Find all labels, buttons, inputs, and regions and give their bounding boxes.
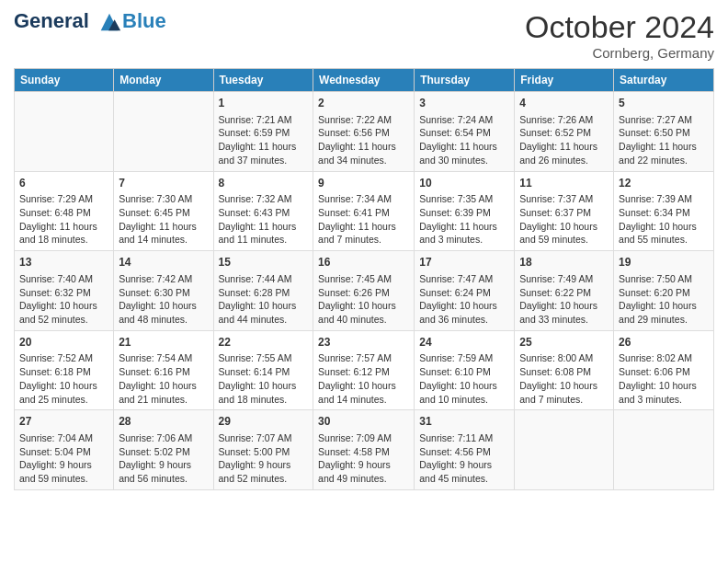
calendar-day-cell: 21Sunrise: 7:54 AM Sunset: 6:16 PM Dayli… xyxy=(114,330,213,410)
day-info: Sunrise: 7:59 AM Sunset: 6:10 PM Dayligh… xyxy=(419,351,509,406)
weekday-header: Friday xyxy=(515,69,614,92)
day-number: 7 xyxy=(119,176,208,191)
day-number: 24 xyxy=(419,335,509,350)
day-info: Sunrise: 7:57 AM Sunset: 6:12 PM Dayligh… xyxy=(318,351,409,406)
day-number: 31 xyxy=(419,414,509,430)
day-info: Sunrise: 7:39 AM Sunset: 6:34 PM Dayligh… xyxy=(619,192,709,247)
calendar-day-cell: 16Sunrise: 7:45 AM Sunset: 6:26 PM Dayli… xyxy=(313,251,415,331)
calendar-day-cell: 31Sunrise: 7:11 AM Sunset: 4:56 PM Dayli… xyxy=(415,410,515,490)
day-info: Sunrise: 7:54 AM Sunset: 6:16 PM Dayligh… xyxy=(119,351,208,406)
day-number: 18 xyxy=(519,255,609,270)
day-info: Sunrise: 7:21 AM Sunset: 6:59 PM Dayligh… xyxy=(219,113,309,167)
day-number: 19 xyxy=(619,255,709,270)
day-number: 25 xyxy=(519,335,609,350)
day-number: 6 xyxy=(19,176,108,191)
calendar-day-cell: 10Sunrise: 7:35 AM Sunset: 6:39 PM Dayli… xyxy=(415,171,515,251)
logo-icon xyxy=(97,9,122,35)
calendar-day-cell xyxy=(15,92,114,172)
calendar-day-cell: 30Sunrise: 7:09 AM Sunset: 4:58 PM Dayli… xyxy=(313,410,415,490)
month-title: October 2024 xyxy=(525,9,714,45)
day-number: 11 xyxy=(519,176,609,191)
day-info: Sunrise: 7:27 AM Sunset: 6:50 PM Dayligh… xyxy=(619,113,709,167)
day-number: 21 xyxy=(119,335,208,350)
calendar-day-cell: 18Sunrise: 7:49 AM Sunset: 6:22 PM Dayli… xyxy=(515,251,614,331)
day-number: 30 xyxy=(318,414,409,430)
calendar-day-cell: 2Sunrise: 7:22 AM Sunset: 6:56 PM Daylig… xyxy=(313,92,415,172)
weekday-header: Wednesday xyxy=(313,69,415,92)
day-number: 28 xyxy=(119,414,208,430)
calendar-day-cell: 12Sunrise: 7:39 AM Sunset: 6:34 PM Dayli… xyxy=(614,171,714,251)
day-number: 22 xyxy=(219,335,309,350)
day-number: 9 xyxy=(318,176,409,191)
day-number: 23 xyxy=(318,335,409,350)
day-number: 4 xyxy=(519,96,609,111)
calendar-day-cell: 17Sunrise: 7:47 AM Sunset: 6:24 PM Dayli… xyxy=(415,251,515,331)
weekday-header: Saturday xyxy=(614,69,714,92)
day-info: Sunrise: 7:29 AM Sunset: 6:48 PM Dayligh… xyxy=(19,192,108,247)
calendar-day-cell: 3Sunrise: 7:24 AM Sunset: 6:54 PM Daylig… xyxy=(415,92,515,172)
day-info: Sunrise: 7:09 AM Sunset: 4:58 PM Dayligh… xyxy=(318,431,409,486)
calendar-day-cell: 7Sunrise: 7:30 AM Sunset: 6:45 PM Daylig… xyxy=(114,171,213,251)
day-info: Sunrise: 7:40 AM Sunset: 6:32 PM Dayligh… xyxy=(19,272,108,327)
calendar-day-cell: 13Sunrise: 7:40 AM Sunset: 6:32 PM Dayli… xyxy=(15,251,114,331)
calendar-day-cell: 20Sunrise: 7:52 AM Sunset: 6:18 PM Dayli… xyxy=(15,330,114,410)
day-info: Sunrise: 7:52 AM Sunset: 6:18 PM Dayligh… xyxy=(19,351,108,406)
location: Cornberg, Germany xyxy=(525,45,714,61)
calendar-week-row: 13Sunrise: 7:40 AM Sunset: 6:32 PM Dayli… xyxy=(15,251,714,331)
day-info: Sunrise: 7:22 AM Sunset: 6:56 PM Dayligh… xyxy=(318,113,409,167)
day-number: 1 xyxy=(219,96,309,111)
day-number: 3 xyxy=(419,96,509,111)
day-number: 12 xyxy=(619,176,709,191)
day-info: Sunrise: 7:26 AM Sunset: 6:52 PM Dayligh… xyxy=(519,113,609,167)
calendar-day-cell: 29Sunrise: 7:07 AM Sunset: 5:00 PM Dayli… xyxy=(213,410,313,490)
calendar-day-cell xyxy=(515,410,614,490)
day-info: Sunrise: 7:55 AM Sunset: 6:14 PM Dayligh… xyxy=(219,351,309,406)
calendar-day-cell: 4Sunrise: 7:26 AM Sunset: 6:52 PM Daylig… xyxy=(515,92,614,172)
calendar-day-cell: 26Sunrise: 8:02 AM Sunset: 6:06 PM Dayli… xyxy=(614,330,714,410)
day-info: Sunrise: 7:11 AM Sunset: 4:56 PM Dayligh… xyxy=(419,431,509,486)
day-info: Sunrise: 7:07 AM Sunset: 5:00 PM Dayligh… xyxy=(219,431,309,486)
day-number: 20 xyxy=(19,335,108,350)
day-info: Sunrise: 7:44 AM Sunset: 6:28 PM Dayligh… xyxy=(219,272,309,327)
weekday-header: Tuesday xyxy=(213,69,313,92)
calendar-day-cell xyxy=(614,410,714,490)
calendar-day-cell xyxy=(114,92,213,172)
day-number: 13 xyxy=(19,255,108,270)
calendar-day-cell: 9Sunrise: 7:34 AM Sunset: 6:41 PM Daylig… xyxy=(313,171,415,251)
day-info: Sunrise: 7:47 AM Sunset: 6:24 PM Dayligh… xyxy=(419,272,509,327)
calendar-day-cell: 1Sunrise: 7:21 AM Sunset: 6:59 PM Daylig… xyxy=(213,92,313,172)
calendar-day-cell: 24Sunrise: 7:59 AM Sunset: 6:10 PM Dayli… xyxy=(415,330,515,410)
day-number: 5 xyxy=(619,96,709,111)
calendar-day-cell: 19Sunrise: 7:50 AM Sunset: 6:20 PM Dayli… xyxy=(614,251,714,331)
title-block: October 2024 Cornberg, Germany xyxy=(525,9,714,61)
day-info: Sunrise: 7:45 AM Sunset: 6:26 PM Dayligh… xyxy=(318,272,409,327)
calendar-day-cell: 28Sunrise: 7:06 AM Sunset: 5:02 PM Dayli… xyxy=(114,410,213,490)
day-info: Sunrise: 7:30 AM Sunset: 6:45 PM Dayligh… xyxy=(119,192,208,247)
calendar-week-row: 27Sunrise: 7:04 AM Sunset: 5:04 PM Dayli… xyxy=(15,410,714,490)
day-number: 29 xyxy=(219,414,309,430)
calendar-day-cell: 5Sunrise: 7:27 AM Sunset: 6:50 PM Daylig… xyxy=(614,92,714,172)
calendar-header-row: SundayMondayTuesdayWednesdayThursdayFrid… xyxy=(15,69,714,92)
calendar-day-cell: 14Sunrise: 7:42 AM Sunset: 6:30 PM Dayli… xyxy=(114,251,213,331)
day-info: Sunrise: 7:04 AM Sunset: 5:04 PM Dayligh… xyxy=(19,431,108,486)
day-number: 2 xyxy=(318,96,409,111)
day-number: 17 xyxy=(419,255,509,270)
calendar-day-cell: 23Sunrise: 7:57 AM Sunset: 6:12 PM Dayli… xyxy=(313,330,415,410)
day-info: Sunrise: 7:35 AM Sunset: 6:39 PM Dayligh… xyxy=(419,192,509,247)
calendar-week-row: 1Sunrise: 7:21 AM Sunset: 6:59 PM Daylig… xyxy=(15,92,714,172)
calendar-day-cell: 6Sunrise: 7:29 AM Sunset: 6:48 PM Daylig… xyxy=(15,171,114,251)
day-info: Sunrise: 8:00 AM Sunset: 6:08 PM Dayligh… xyxy=(519,351,609,406)
day-info: Sunrise: 7:42 AM Sunset: 6:30 PM Dayligh… xyxy=(119,272,208,327)
calendar-table: SundayMondayTuesdayWednesdayThursdayFrid… xyxy=(14,68,714,490)
calendar-day-cell: 8Sunrise: 7:32 AM Sunset: 6:43 PM Daylig… xyxy=(213,171,313,251)
day-info: Sunrise: 7:24 AM Sunset: 6:54 PM Dayligh… xyxy=(419,113,509,167)
logo: General Blue xyxy=(14,9,166,35)
page-header: General Blue October 2024 Cornberg, Germ… xyxy=(14,9,714,61)
day-number: 27 xyxy=(19,414,108,430)
weekday-header: Monday xyxy=(114,69,213,92)
weekday-header: Sunday xyxy=(15,69,114,92)
calendar-day-cell: 25Sunrise: 8:00 AM Sunset: 6:08 PM Dayli… xyxy=(515,330,614,410)
calendar-day-cell: 15Sunrise: 7:44 AM Sunset: 6:28 PM Dayli… xyxy=(213,251,313,331)
day-number: 14 xyxy=(119,255,208,270)
day-info: Sunrise: 7:37 AM Sunset: 6:37 PM Dayligh… xyxy=(519,192,609,247)
